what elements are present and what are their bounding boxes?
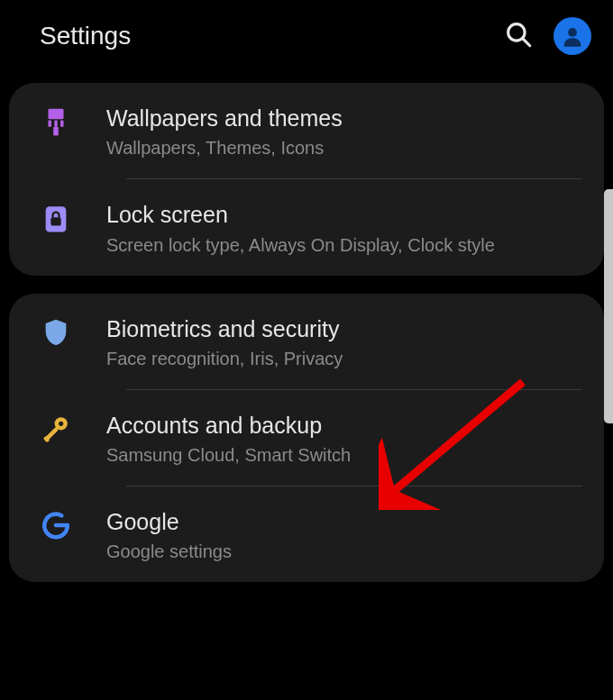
settings-item-biometrics-security[interactable]: Biometrics and security Face recognition… (9, 294, 604, 389)
account-avatar[interactable] (554, 17, 591, 55)
brush-icon (31, 105, 81, 137)
search-icon[interactable] (503, 19, 534, 53)
svg-point-2 (568, 28, 577, 37)
settings-group: Biometrics and security Face recognition… (9, 294, 604, 583)
key-icon (31, 412, 81, 444)
item-subtitle: Samsung Cloud, Smart Switch (106, 445, 582, 466)
svg-rect-6 (60, 121, 63, 127)
svg-line-1 (523, 39, 530, 46)
svg-rect-5 (54, 121, 57, 127)
svg-rect-3 (49, 109, 64, 119)
item-title: Accounts and backup (106, 412, 582, 440)
settings-item-lock-screen[interactable]: Lock screen Screen lock type, Always On … (9, 179, 604, 275)
header: Settings (0, 0, 613, 72)
settings-group: Wallpapers and themes Wallpapers, Themes… (9, 83, 604, 276)
item-title: Lock screen (106, 201, 582, 229)
item-title: Wallpapers and themes (106, 105, 582, 132)
svg-rect-4 (49, 121, 51, 127)
lock-icon (31, 201, 81, 233)
item-subtitle: Face recognition, Iris, Privacy (106, 349, 582, 369)
svg-rect-7 (53, 127, 59, 136)
page-title: Settings (40, 22, 503, 50)
settings-item-google[interactable]: Google Google settings (9, 486, 604, 582)
item-title: Biometrics and security (106, 315, 582, 343)
item-title: Google (106, 508, 582, 536)
item-subtitle: Google settings (106, 541, 582, 562)
settings-item-accounts-backup[interactable]: Accounts and backup Samsung Cloud, Smart… (9, 390, 604, 486)
svg-rect-9 (50, 218, 60, 226)
item-subtitle: Screen lock type, Always On Display, Clo… (106, 235, 582, 256)
item-subtitle: Wallpapers, Themes, Icons (106, 138, 582, 159)
settings-item-wallpapers-themes[interactable]: Wallpapers and themes Wallpapers, Themes… (9, 83, 604, 178)
google-icon (31, 508, 81, 541)
shield-icon (31, 315, 81, 348)
header-actions (503, 17, 591, 55)
svg-point-11 (59, 422, 63, 426)
scrollbar[interactable] (604, 189, 613, 423)
